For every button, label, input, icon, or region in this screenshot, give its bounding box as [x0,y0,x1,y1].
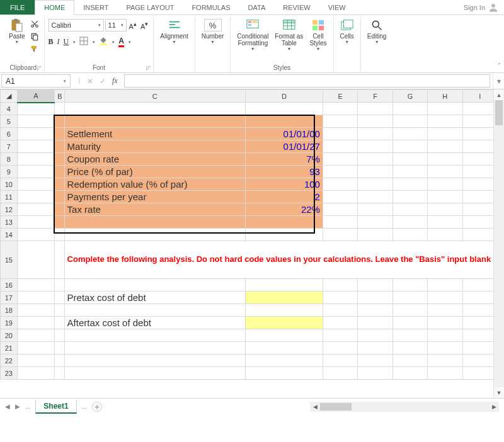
tab-insert[interactable]: INSERT [74,0,117,14]
font-size-select[interactable]: 11▾ [105,19,127,31]
tab-page-layout[interactable]: PAGE LAYOUT [117,0,183,14]
tab-formulas[interactable]: FORMULAS [183,0,239,14]
number-format-button[interactable]: % Number ▼ [199,18,227,45]
tab-review[interactable]: REVIEW [274,0,319,14]
col-header[interactable]: H [428,90,462,103]
cell-label[interactable]: Maturity [64,140,245,153]
cell-label[interactable]: Redemption value (% of par) [64,178,245,191]
format-painter-button[interactable] [29,44,40,54]
copy-button[interactable] [29,31,40,42]
conditional-formatting-button[interactable]: ConditionalFormatting▼ [234,18,271,52]
grow-font-button[interactable]: A▴ [128,20,138,30]
underline-button[interactable]: U [64,37,69,47]
italic-button[interactable]: I [57,37,60,47]
row-header[interactable]: 20 [1,329,18,342]
add-sheet-button[interactable]: + [92,402,102,412]
sheet-nav-prev[interactable]: ◀ [5,403,10,410]
formula-input[interactable] [124,74,490,88]
alignment-button[interactable]: Alignment ▼ [158,18,190,45]
col-header[interactable]: E [323,90,357,103]
scroll-left-button[interactable]: ◀ [310,404,320,410]
expand-formula-bar-button[interactable]: ▾ [493,73,504,89]
font-color-button[interactable]: A [118,37,124,47]
tab-file[interactable]: FILE [0,0,35,14]
cells-button[interactable]: Cells ▼ [338,18,357,45]
bold-button[interactable]: B [49,37,54,47]
row-header[interactable]: 19 [1,317,18,329]
cell-value[interactable]: 7% [245,153,323,166]
scroll-thumb[interactable] [495,100,503,125]
tab-view[interactable]: VIEW [319,0,355,14]
cell-value[interactable]: 2 [245,191,323,203]
insert-function-button[interactable]: fx [112,76,118,86]
col-header[interactable]: G [392,90,427,103]
cell-label[interactable]: Pretax cost of debt [64,292,245,304]
font-name-select[interactable]: Calibri▾ [49,19,104,31]
row-header[interactable]: 11 [1,191,18,203]
scroll-thumb[interactable] [320,403,352,411]
horizontal-scrollbar[interactable]: ◀ ▶ [310,402,499,412]
row-header[interactable]: 9 [1,166,18,178]
row-header[interactable]: 10 [1,178,18,191]
format-as-table-button[interactable]: Format asTable▼ [272,18,306,52]
row-header[interactable]: 12 [1,203,18,216]
row-header[interactable]: 5 [1,115,18,128]
cell-label[interactable]: Coupon rate [64,153,245,166]
row-header[interactable]: 21 [1,342,18,354]
enter-formula-button[interactable]: ✓ [100,77,106,86]
cut-button[interactable] [29,19,40,29]
cell-label[interactable]: Settlement [64,128,245,140]
dialog-launcher-icon[interactable]: ◸ [37,65,42,71]
sheet-nav-ellipsis[interactable]: ... [25,403,30,410]
answer-cell[interactable] [245,317,323,329]
collapse-ribbon-button[interactable]: ˆ [498,63,500,70]
cell-value[interactable]: 01/01/00 [245,128,323,140]
col-header[interactable]: D [245,90,323,103]
cell-value[interactable]: 93 [245,166,323,178]
row-header[interactable]: 15 [1,241,18,279]
scroll-right-button[interactable]: ▶ [489,404,499,410]
row-header[interactable]: 23 [1,367,18,380]
row-header[interactable]: 6 [1,128,18,140]
cell-value[interactable]: 100 [245,178,323,191]
row-header[interactable]: 22 [1,354,18,367]
cell-value[interactable]: 22% [245,203,323,216]
editing-button[interactable]: Editing ▼ [365,18,389,45]
row-header[interactable]: 18 [1,304,18,317]
col-header[interactable]: F [358,90,392,103]
col-header[interactable]: C [64,90,245,103]
border-button[interactable] [79,37,88,47]
row-header[interactable]: 8 [1,153,18,166]
answer-cell[interactable] [245,292,323,304]
row-header[interactable]: 14 [1,229,18,241]
sheet-nav-next[interactable]: ▶ [15,403,20,410]
row-header[interactable]: 7 [1,140,18,153]
row-header[interactable]: 4 [1,103,18,115]
tab-home[interactable]: HOME [35,0,74,15]
cell-styles-button[interactable]: CellStyles▼ [307,18,329,52]
name-box[interactable]: A1▾ [1,74,71,88]
cell-label[interactable]: Aftertax cost of debt [64,317,245,329]
instruction-text[interactable]: Complete the following analysis. Do not … [64,241,497,279]
cell-label[interactable]: Price (% of par) [64,166,245,178]
col-header[interactable]: B [55,90,64,103]
scroll-up-button[interactable]: ▲ [494,89,504,100]
sheet-tab[interactable]: Sheet1 [35,400,76,414]
cell[interactable] [17,103,55,115]
cell-value[interactable]: 01/01/27 [245,140,323,153]
row-header[interactable]: 16 [1,279,18,292]
col-header[interactable]: I [462,90,498,103]
select-all-button[interactable]: ◢ [1,90,18,103]
paste-button[interactable]: Paste ▼ [6,18,28,45]
col-header[interactable]: A [17,90,55,103]
row-header[interactable]: 17 [1,292,18,304]
vertical-scrollbar[interactable]: ▲ ▼ [493,89,504,398]
tab-data[interactable]: DATA [239,0,275,14]
sign-in[interactable]: Sign In [459,0,504,14]
cell-label[interactable]: Payments per year [64,191,245,203]
cell-label[interactable]: Tax rate [64,203,245,216]
row-header[interactable]: 13 [1,216,18,229]
shrink-font-button[interactable]: A▾ [139,20,149,30]
cancel-formula-button[interactable]: ✕ [87,77,93,86]
dialog-launcher-icon[interactable]: ◸ [146,65,151,71]
